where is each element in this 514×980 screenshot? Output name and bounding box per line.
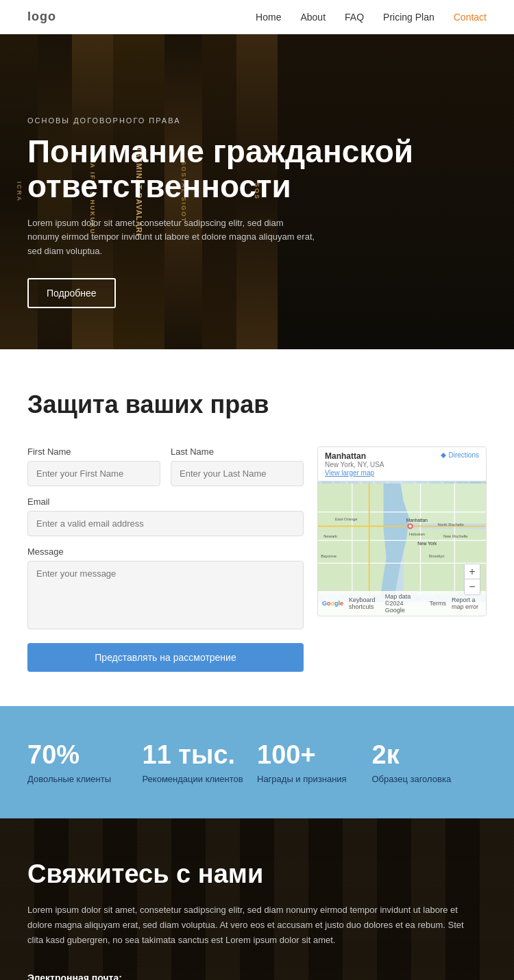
hero-subtitle: ОСНОВЫ ДОГОВОРНОГО ПРАВА: [27, 116, 487, 125]
nav-links: Home About FAQ Pricing Plan Contact: [256, 12, 487, 23]
last-name-group: Last Name: [171, 447, 304, 486]
email-group: Email: [27, 497, 304, 536]
directions-icon: [440, 452, 447, 459]
stats-section: 70% Довольные клиенты 11 тыс. Рекомендац…: [0, 706, 514, 818]
navbar: logo Home About FAQ Pricing Plan Contact: [0, 0, 514, 34]
hero-title: Понимание гражданской ответственности: [27, 134, 487, 203]
stat-recommendations: 11 тыс. Рекомендации клиентов: [143, 740, 258, 784]
contact-section: Свяжитесь с нами Lorem ipsum dolor sit a…: [0, 818, 514, 980]
message-group: Message: [27, 546, 304, 629]
last-name-label: Last Name: [171, 447, 304, 457]
stat-awards-number: 100+: [257, 740, 372, 770]
svg-point-23: [408, 525, 411, 527]
svg-marker-0: [441, 453, 446, 458]
protection-title: Защита ваших прав: [27, 390, 487, 419]
map-data-notice: Map data ©2024 Google: [385, 593, 424, 614]
svg-text:Manhattan: Manhattan: [406, 518, 428, 523]
contact-content: Свяжитесь с нами Lorem ipsum dolor sit a…: [27, 859, 487, 980]
email-label: Email: [27, 497, 304, 507]
map-tiles: Manhattan East Orange Newark Hoboken New…: [318, 476, 486, 602]
hero-content: ОСНОВЫ ДОГОВОРНОГО ПРАВА Понимание гражд…: [0, 62, 514, 308]
map-footer: Google Keyboard shortcuts Map data ©2024…: [318, 591, 486, 616]
name-row: First Name Last Name: [27, 447, 304, 486]
map-directions[interactable]: Directions: [440, 451, 479, 459]
svg-text:New Rochelle: New Rochelle: [443, 534, 468, 538]
svg-text:Bayonne: Bayonne: [321, 554, 336, 558]
nav-contact[interactable]: Contact: [454, 12, 487, 23]
map-svg: Manhattan East Orange Newark Hoboken New…: [318, 476, 486, 602]
svg-text:East Orange: East Orange: [335, 517, 358, 521]
stat-sample-label: Образец заголовка: [372, 774, 487, 784]
map-location-name: Manhattan: [325, 451, 384, 461]
svg-text:Hoboken: Hoboken: [409, 532, 425, 536]
stat-recommendations-number: 11 тыс.: [143, 740, 258, 770]
hero-section: ICRA ICRA IFLAS HUKUKU TAZMINAT DAVALARI…: [0, 34, 514, 349]
stat-satisfaction: 70% Довольные клиенты: [27, 740, 143, 784]
map-report-error: Report a map error: [452, 596, 482, 610]
nav-faq[interactable]: FAQ: [345, 12, 364, 23]
map-keyboard-shortcuts: Keyboard shortcuts: [349, 596, 380, 610]
message-textarea[interactable]: [27, 561, 304, 629]
svg-text:North Rochelle: North Rochelle: [437, 523, 463, 527]
nav-home[interactable]: Home: [256, 12, 281, 23]
map-terms: Terms: [430, 600, 447, 607]
stat-satisfaction-label: Довольные клиенты: [27, 774, 143, 784]
first-name-group: First Name: [27, 447, 160, 486]
stat-sample-number: 2к: [372, 740, 487, 770]
contact-description: Lorem ipsum dolor sit amet, consetetur s…: [27, 903, 466, 948]
stat-recommendations-label: Рекомендации клиентов: [143, 774, 258, 784]
map-zoom-out[interactable]: −: [465, 579, 480, 594]
hero-description: Lorem ipsum dolor sit amet, consetetur s…: [27, 216, 315, 259]
message-label: Message: [27, 546, 304, 557]
stat-satisfaction-number: 70%: [27, 740, 143, 770]
contact-form: First Name Last Name Email Message Предс…: [27, 447, 304, 672]
hero-button[interactable]: Подробнее: [27, 278, 116, 308]
map-header: Manhattan New York, NY, USA View larger …: [318, 447, 486, 481]
map-zoom-in[interactable]: +: [465, 564, 480, 579]
nav-pricing[interactable]: Pricing Plan: [383, 12, 435, 23]
map-zoom-controls: + −: [464, 564, 480, 595]
last-name-input[interactable]: [171, 461, 304, 486]
contact-title: Свяжитесь с нами: [27, 859, 487, 889]
map-location-sub: New York, NY, USA: [325, 461, 384, 468]
stat-awards: 100+ Награды и признания: [257, 740, 372, 784]
first-name-input[interactable]: [27, 461, 160, 486]
svg-text:Brooklyn: Brooklyn: [429, 554, 445, 558]
email-info-label: Электронная почта:: [27, 972, 487, 980]
form-map-row: First Name Last Name Email Message Предс…: [27, 447, 487, 672]
google-logo: Google: [322, 600, 343, 607]
logo: logo: [27, 10, 56, 24]
first-name-label: First Name: [27, 447, 160, 457]
map-container: Manhattan New York, NY, USA View larger …: [317, 447, 487, 616]
map-view-larger[interactable]: View larger map: [325, 469, 374, 477]
svg-text:New York: New York: [417, 541, 437, 546]
svg-text:Newark: Newark: [323, 534, 337, 538]
nav-about[interactable]: About: [300, 12, 326, 23]
protection-section: Защита ваших прав First Name Last Name E…: [0, 349, 514, 706]
submit-button[interactable]: Представлять на рассмотрение: [27, 643, 304, 672]
stat-sample: 2к Образец заголовка: [372, 740, 487, 784]
email-input[interactable]: [27, 511, 304, 536]
stat-awards-label: Награды и признания: [257, 774, 372, 784]
